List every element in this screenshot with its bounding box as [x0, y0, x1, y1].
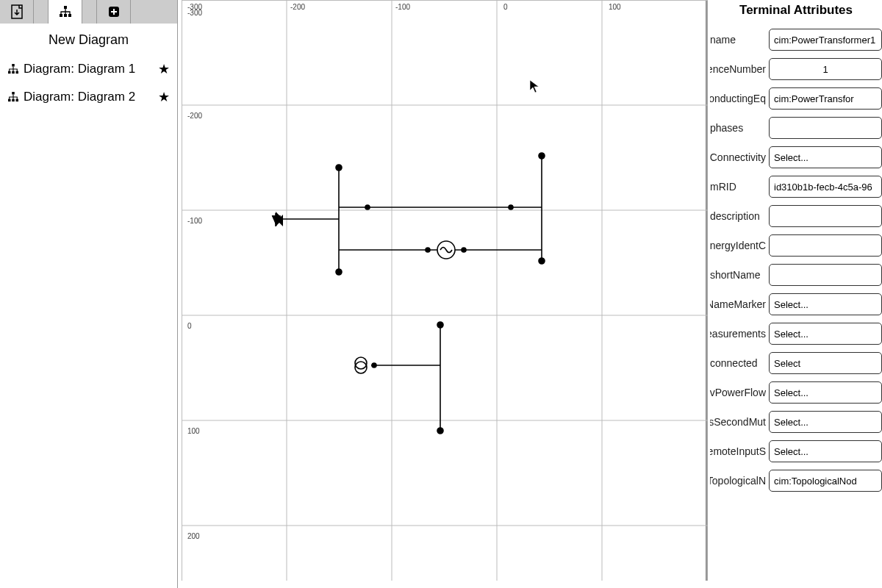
- tree-icon: [59, 6, 72, 18]
- attribute-input[interactable]: [769, 58, 882, 80]
- svg-point-47: [372, 363, 376, 368]
- attribute-row: HasSecondMut..: [710, 407, 882, 437]
- attribute-label: RemoteInputS..: [710, 445, 769, 457]
- attribute-select[interactable]: [769, 146, 882, 168]
- svg-point-27: [336, 165, 342, 171]
- tab-spacer-2: [82, 0, 97, 24]
- attribute-row: BusNameMarker: [710, 290, 882, 319]
- tab-spacer-end: [131, 0, 177, 24]
- attribute-input[interactable]: [769, 117, 882, 139]
- attributes-title: Terminal Attributes: [710, 0, 882, 25]
- svg-rect-8: [12, 71, 15, 74]
- svg-rect-12: [12, 99, 15, 102]
- new-diagram-title: New Diagram: [0, 24, 177, 55]
- attribute-row: connected: [710, 348, 882, 378]
- attribute-row: Connectivity..: [710, 143, 882, 172]
- attribute-input[interactable]: [769, 234, 882, 257]
- attribute-label: shortName: [710, 269, 769, 281]
- diagram-row-2[interactable]: Diagram: Diagram 2 ★: [0, 83, 177, 111]
- svg-point-36: [539, 153, 545, 159]
- svg-point-45: [437, 428, 443, 434]
- diagram-label: Diagram: Diagram 2: [24, 90, 135, 104]
- attribute-label: Connectivity..: [710, 151, 769, 163]
- attribute-input[interactable]: [769, 205, 882, 227]
- attribute-input[interactable]: [769, 470, 882, 492]
- tab-add[interactable]: [97, 0, 131, 24]
- attribute-row: ConductingEq..: [710, 84, 882, 113]
- tree-icon: [7, 64, 19, 74]
- svg-rect-11: [8, 99, 11, 102]
- tree-icon: [7, 92, 19, 102]
- attribute-select[interactable]: [769, 323, 882, 345]
- attribute-label: energyIdentC..: [710, 240, 769, 251]
- tab-file[interactable]: [0, 0, 34, 24]
- attribute-row: energyIdentC..: [710, 231, 882, 260]
- attribute-label: description: [710, 210, 769, 222]
- attribute-input[interactable]: [769, 29, 882, 51]
- svg-rect-10: [12, 92, 15, 95]
- star-icon[interactable]: ★: [158, 89, 170, 105]
- svg-point-44: [437, 322, 443, 328]
- svg-point-33: [365, 205, 370, 209]
- plus-icon: [108, 6, 120, 18]
- tab-spacer-1: [34, 0, 49, 24]
- svg-point-28: [336, 269, 342, 275]
- attribute-label: BusNameMarker: [710, 298, 769, 310]
- attribute-input[interactable]: [769, 176, 882, 198]
- svg-rect-6: [12, 64, 15, 67]
- svg-rect-7: [8, 71, 11, 74]
- file-icon: [10, 4, 24, 19]
- tab-sitemap[interactable]: [49, 0, 82, 24]
- attribute-select[interactable]: [769, 293, 882, 315]
- diagram-canvas[interactable]: -300 -200 -100 0 100 -300 -200 -100 0 10…: [182, 0, 708, 581]
- diagram-label: Diagram: Diagram 1: [24, 62, 135, 76]
- attribute-label: phases: [710, 122, 769, 134]
- svg-point-37: [539, 258, 545, 264]
- attribute-row: Measurements: [710, 319, 882, 348]
- diagram-svg: [182, 0, 708, 581]
- attribute-label: HasSecondMut..: [710, 416, 769, 428]
- attribute-label: SvPowerFlow: [710, 387, 769, 398]
- attribute-select[interactable]: [769, 352, 882, 374]
- attribute-row: TopologicalN..: [710, 466, 882, 495]
- attribute-label: name: [710, 34, 769, 46]
- attribute-label: connected: [710, 357, 769, 369]
- left-panel: New Diagram Diagram: Diagram 1 ★ Diagram…: [0, 0, 178, 588]
- attribute-row: RemoteInputS..: [710, 437, 882, 466]
- attribute-select[interactable]: [769, 381, 882, 404]
- attribute-label: Measurements: [710, 328, 769, 340]
- attribute-input[interactable]: [769, 264, 882, 286]
- attribute-select[interactable]: [769, 411, 882, 433]
- attribute-row: mRID: [710, 172, 882, 201]
- diagram-row-1[interactable]: Diagram: Diagram 1 ★: [0, 55, 177, 83]
- svg-rect-2: [60, 14, 62, 17]
- attribute-row: SvPowerFlow: [710, 378, 882, 407]
- svg-rect-3: [64, 14, 67, 17]
- attribute-row: name: [710, 25, 882, 54]
- attribute-row: description: [710, 201, 882, 231]
- attributes-panel: Terminal Attributes namesequenceNumberCo…: [710, 0, 882, 581]
- svg-point-42: [462, 248, 466, 252]
- attribute-row: shortName: [710, 260, 882, 290]
- attribute-input[interactable]: [769, 87, 882, 110]
- svg-rect-4: [68, 14, 71, 17]
- svg-rect-1: [64, 6, 67, 9]
- attribute-label: mRID: [710, 181, 769, 193]
- star-icon[interactable]: ★: [158, 61, 170, 77]
- attribute-label: sequenceNumber: [710, 63, 769, 75]
- attribute-label: TopologicalN..: [710, 475, 769, 487]
- svg-point-39: [426, 248, 430, 252]
- attribute-row: sequenceNumber: [710, 54, 882, 84]
- attribute-select[interactable]: [769, 440, 882, 462]
- attribute-row: phases: [710, 113, 882, 143]
- tab-bar: [0, 0, 177, 24]
- svg-rect-9: [16, 71, 19, 74]
- svg-point-34: [509, 205, 513, 209]
- svg-rect-13: [16, 99, 19, 102]
- attribute-label: ConductingEq..: [710, 93, 769, 104]
